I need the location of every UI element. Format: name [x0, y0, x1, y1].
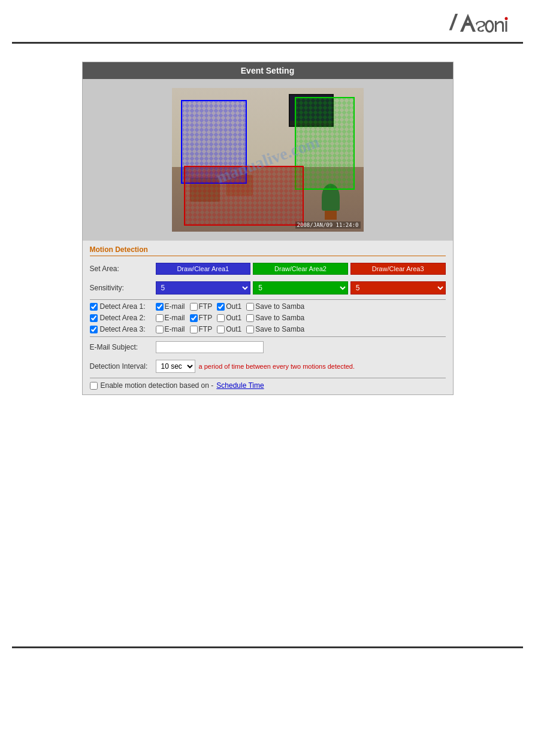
sensitivity-row: Sensitivity: 5 1 2 3 4 6 7 8 9 10 [90, 280, 446, 296]
draw-clear-area2-button[interactable]: Draw/Clear Area2 [253, 263, 348, 275]
logo-svg [457, 9, 517, 36]
email-subject-row: E-Mail Subject: IP Camera Warning! [90, 339, 446, 355]
area2-ftp-label[interactable]: FTP [190, 314, 213, 322]
area1-out1-checkbox[interactable] [217, 303, 225, 311]
area1-ftp-label[interactable]: FTP [190, 302, 213, 311]
divider3 [90, 378, 446, 378]
detect-area2-row: Detect Area 2: E-mail FTP Out1 [90, 314, 446, 322]
section-title: Motion Detection [90, 245, 446, 256]
detect-area3-row: Detect Area 3: E-mail FTP Out1 [90, 325, 446, 333]
main-content: Event Setting [0, 62, 535, 395]
sensitivity-label: Sensitivity: [90, 284, 156, 292]
sensitivity-controls: 5 1 2 3 4 6 7 8 9 10 5 1 2 [156, 281, 446, 294]
area3-samba-checkbox[interactable] [246, 326, 254, 333]
divider1 [90, 299, 446, 300]
area2-samba-label[interactable]: Save to Samba [246, 314, 304, 322]
area2-email-label[interactable]: E-mail [156, 314, 185, 322]
panel-header: Event Setting [83, 62, 453, 79]
email-subject-label: E-Mail Subject: [90, 343, 156, 351]
area3-email-label[interactable]: E-mail [156, 325, 185, 333]
detect-area2-checkbox[interactable] [90, 314, 98, 322]
draw-clear-area3-button[interactable]: Draw/Clear Area3 [350, 263, 446, 275]
event-setting-panel: Event Setting [82, 62, 454, 395]
schedule-time-link[interactable]: Schedule Time [216, 381, 264, 390]
camera-feed: manualive.com 2008/JAN/09 11:24:0 [172, 88, 364, 232]
detect-area1-options: E-mail FTP Out1 Save to Samba [156, 302, 305, 311]
area3-ftp-label[interactable]: FTP [190, 325, 213, 333]
area3-out1-checkbox[interactable] [217, 326, 225, 333]
detection-interval-select[interactable]: 5 sec 10 sec 30 sec 1 min 5 min [156, 360, 195, 373]
area3-samba-label[interactable]: Save to Samba [246, 325, 304, 333]
area3-email-checkbox[interactable] [156, 326, 164, 333]
area1-email-checkbox[interactable] [156, 303, 164, 311]
detect-area3-checkbox[interactable] [90, 326, 98, 333]
area2-out1-checkbox[interactable] [217, 314, 225, 322]
schedule-row: Enable motion detection based on - Sched… [90, 381, 446, 390]
schedule-label: Enable motion detection based on - [101, 381, 214, 390]
detection-zone-red [184, 166, 304, 226]
detect-area3-label: Detect Area 3: [90, 325, 156, 333]
detect-area2-label: Detect Area 2: [90, 314, 156, 322]
email-subject-input[interactable]: IP Camera Warning! [156, 341, 264, 353]
set-area-row: Set Area: Draw/Clear Area1 Draw/Clear Ar… [90, 261, 446, 277]
detect-area1-checkbox[interactable] [90, 303, 98, 311]
set-area-label: Set Area: [90, 265, 156, 273]
area1-email-label[interactable]: E-mail [156, 302, 185, 311]
camera-timestamp: 2008/JAN/09 11:24:0 [295, 221, 361, 229]
detect-area3-options: E-mail FTP Out1 Save to Samba [156, 325, 305, 333]
area2-out1-label[interactable]: Out1 [217, 314, 241, 322]
motion-detection-section: Motion Detection Set Area: Draw/Clear Ar… [83, 241, 453, 394]
detect-area1-label: Detect Area 1: [90, 302, 156, 311]
detect-area2-options: E-mail FTP Out1 Save to Samba [156, 314, 305, 322]
divider2 [90, 336, 446, 337]
svg-point-2 [505, 17, 508, 20]
plant-pot [325, 211, 337, 220]
camera-area: manualive.com 2008/JAN/09 11:24:0 [83, 79, 453, 241]
footer-line [12, 646, 523, 648]
detection-interval-row: Detection Interval: 5 sec 10 sec 30 sec … [90, 359, 446, 374]
area1-samba-label[interactable]: Save to Samba [246, 302, 304, 311]
panel-title: Event Setting [241, 66, 294, 75]
svg-point-0 [486, 21, 493, 32]
area2-samba-checkbox[interactable] [246, 314, 254, 322]
draw-clear-area1-button[interactable]: Draw/Clear Area1 [156, 263, 251, 275]
logo-slash: / [450, 10, 456, 35]
detect-area1-row: Detect Area 1: E-mail FTP Out1 [90, 302, 446, 311]
area3-ftp-checkbox[interactable] [190, 326, 198, 333]
detection-zone-green [295, 97, 355, 190]
detection-interval-note: a period of time between every two motio… [199, 363, 355, 370]
detection-interval-label: Detection Interval: [90, 362, 156, 371]
top-divider [12, 42, 523, 44]
area1-ftp-checkbox[interactable] [190, 303, 198, 311]
sensitivity-select-area1[interactable]: 5 1 2 3 4 6 7 8 9 10 [156, 281, 251, 294]
sensitivity-select-area3[interactable]: 5 1 2 3 4 6 7 8 9 10 [350, 281, 446, 294]
header: / [0, 0, 535, 42]
area1-samba-checkbox[interactable] [246, 303, 254, 311]
set-area-controls: Draw/Clear Area1 Draw/Clear Area2 Draw/C… [156, 263, 446, 275]
area2-ftp-checkbox[interactable] [190, 314, 198, 322]
logo: / [450, 9, 517, 36]
sensitivity-select-area2[interactable]: 5 1 2 3 4 6 7 8 9 10 [253, 281, 348, 294]
area2-email-checkbox[interactable] [156, 314, 164, 322]
area3-out1-label[interactable]: Out1 [217, 325, 241, 333]
schedule-checkbox[interactable] [90, 382, 98, 390]
area1-out1-label[interactable]: Out1 [217, 302, 241, 311]
